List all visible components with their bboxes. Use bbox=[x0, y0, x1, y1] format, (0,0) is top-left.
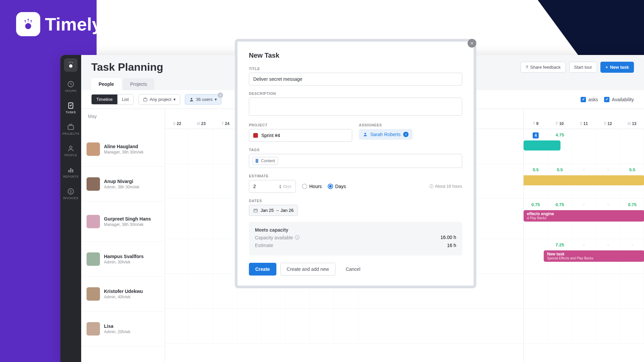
svg-point-14 bbox=[69, 146, 72, 148]
checkbox-icon bbox=[604, 97, 609, 102]
date-header: S12 bbox=[596, 121, 620, 126]
nav-tasks[interactable]: TASKS bbox=[60, 99, 81, 117]
person-meta: Manager, 38h 30m/wk bbox=[104, 150, 144, 155]
cancel-button[interactable]: Cancel bbox=[339, 263, 367, 276]
view-list-button[interactable]: List bbox=[117, 95, 133, 104]
info-icon: ⓘ bbox=[295, 235, 300, 241]
person-meta: Admin, 40h/wk bbox=[104, 295, 143, 299]
person-meta: Admin, 38h 30m/wk bbox=[104, 185, 139, 189]
checkbox-availability[interactable]: Availability bbox=[604, 97, 634, 102]
nav-reports[interactable]: REPORTS bbox=[60, 164, 81, 181]
tags-input[interactable]: Content bbox=[249, 154, 462, 168]
label-dates: DATES bbox=[249, 199, 462, 203]
estimate-input[interactable]: 2 ▴▾ days bbox=[249, 180, 296, 193]
task-bar[interactable] bbox=[524, 140, 560, 150]
label-tags: TAGS bbox=[249, 148, 462, 152]
sidebar-nav: HOURS TASKS PROJECTS PEOPLE REPORTS $ IN… bbox=[60, 55, 81, 362]
avatar bbox=[87, 215, 100, 228]
svg-rect-23 bbox=[256, 159, 258, 163]
filter-project-button[interactable]: Any project ▾ bbox=[139, 94, 180, 105]
person-row[interactable]: Aline Haugland Manager, 38h 30m/wk bbox=[81, 132, 165, 167]
person-name: Hampus Svallfors bbox=[104, 254, 144, 259]
label-estimate: ESTIMATE bbox=[249, 174, 462, 178]
person-row[interactable]: Gurpreet Singh Hans Manager, 38h 30m/wk bbox=[81, 201, 165, 242]
estimate-hint: ⓘ About 16 hours bbox=[429, 184, 462, 189]
timeline-row: 50.750.75--0.75effects engined Play Back… bbox=[524, 199, 644, 239]
nav-hours[interactable]: HOURS bbox=[60, 78, 81, 95]
create-add-new-button[interactable]: Create and add new bbox=[280, 263, 335, 276]
tab-projects[interactable]: Projects bbox=[123, 78, 155, 90]
radio-hours[interactable]: Hours bbox=[302, 184, 322, 189]
timeline-row bbox=[165, 309, 523, 344]
tag-chip[interactable]: Content bbox=[253, 157, 278, 165]
plus-icon: + bbox=[605, 65, 608, 70]
person-row[interactable]: Kristofer Udekwu Admin, 40h/wk bbox=[81, 277, 165, 311]
svg-rect-6 bbox=[31, 21, 31, 23]
person-icon bbox=[67, 145, 74, 152]
project-select[interactable]: Sprint #4 bbox=[249, 129, 352, 142]
info-icon: ⓘ bbox=[429, 184, 433, 189]
svg-point-22 bbox=[365, 133, 366, 134]
label-description: DESCRIPTION bbox=[249, 92, 462, 96]
person-row[interactable]: Hampus Svallfors Admin, 30h/wk bbox=[81, 242, 165, 277]
stepper-icon[interactable]: ▴▾ bbox=[279, 184, 281, 189]
create-button[interactable]: Create bbox=[249, 263, 276, 276]
share-feedback-button[interactable]: ? Share feedback bbox=[521, 62, 566, 73]
svg-point-10 bbox=[72, 62, 73, 63]
svg-rect-15 bbox=[68, 170, 70, 172]
tab-people[interactable]: People bbox=[91, 78, 121, 90]
person-name: Lisa bbox=[104, 323, 130, 329]
clear-filter-icon[interactable]: × bbox=[218, 93, 223, 98]
radio-days[interactable]: Days bbox=[328, 184, 346, 189]
svg-rect-24 bbox=[254, 209, 258, 212]
timeline-row: 7.25---New taskSpecial Effects and Play … bbox=[524, 239, 644, 274]
title-input[interactable] bbox=[249, 73, 462, 85]
remove-assignee-icon[interactable]: × bbox=[403, 132, 409, 137]
briefcase-icon bbox=[143, 97, 148, 102]
calendar-icon bbox=[253, 208, 258, 213]
bars-icon bbox=[67, 166, 74, 174]
nav-logo-icon[interactable] bbox=[64, 58, 77, 72]
svg-point-9 bbox=[70, 62, 71, 62]
capacity-summary: Meets capacity Capacity available ⓘ 16.0… bbox=[249, 222, 462, 255]
timeline-row: 44.75 bbox=[524, 129, 644, 164]
svg-rect-4 bbox=[25, 21, 25, 23]
label-title: TITLE bbox=[249, 67, 462, 71]
assignee-chip[interactable]: Sarah Roberts × bbox=[359, 129, 413, 140]
person-name: Aline Haugland bbox=[104, 144, 144, 149]
timeline-row: 55.55.5--5.5 bbox=[524, 164, 644, 199]
svg-point-8 bbox=[69, 62, 69, 63]
person-row[interactable]: Lisa Admin, 20h/wk bbox=[81, 311, 165, 346]
date-range-picker[interactable]: Jan 25 → Jan 26 bbox=[249, 205, 298, 216]
task-bar[interactable] bbox=[523, 175, 644, 185]
task-bar[interactable]: effects engined Play Backs bbox=[524, 210, 644, 222]
label-assignees: ASSIGNEES bbox=[359, 123, 462, 127]
task-bar[interactable]: New taskSpecial Effects and Play Backs bbox=[544, 250, 644, 262]
project-color-icon bbox=[253, 133, 258, 138]
date-header: M13 bbox=[620, 121, 644, 126]
modal-heading: New Task bbox=[249, 52, 462, 59]
date-header: S11 bbox=[572, 121, 596, 126]
checkbox-tasks[interactable]: asks bbox=[581, 97, 598, 102]
svg-text:$: $ bbox=[70, 190, 72, 193]
start-tour-button[interactable]: Start tour bbox=[569, 62, 597, 73]
person-row[interactable]: Anup Nivargi Admin, 38h 30m/wk bbox=[81, 167, 165, 201]
date-header: M23 bbox=[189, 121, 213, 126]
person-icon bbox=[363, 132, 368, 137]
close-icon[interactable]: × bbox=[468, 39, 476, 48]
dollar-icon: $ bbox=[67, 188, 74, 195]
view-timeline-button[interactable]: Timeline bbox=[92, 95, 117, 104]
person-meta: Manager, 38h 30m/wk bbox=[104, 222, 151, 227]
nav-projects[interactable]: PROJECTS bbox=[60, 121, 81, 138]
nav-people[interactable]: PEOPLE bbox=[60, 142, 81, 160]
avatar bbox=[87, 142, 100, 156]
page-title: Task Planning bbox=[91, 61, 163, 73]
filter-users-button[interactable]: 36 users ▾ × bbox=[185, 94, 221, 105]
nav-invoices[interactable]: $ INVOICES bbox=[60, 185, 81, 202]
checklist-icon bbox=[67, 102, 74, 109]
svg-point-21 bbox=[191, 98, 193, 100]
question-icon: ? bbox=[526, 65, 528, 70]
person-name: Anup Nivargi bbox=[104, 179, 139, 184]
description-input[interactable] bbox=[249, 98, 462, 116]
new-task-button[interactable]: + New task bbox=[600, 62, 634, 73]
